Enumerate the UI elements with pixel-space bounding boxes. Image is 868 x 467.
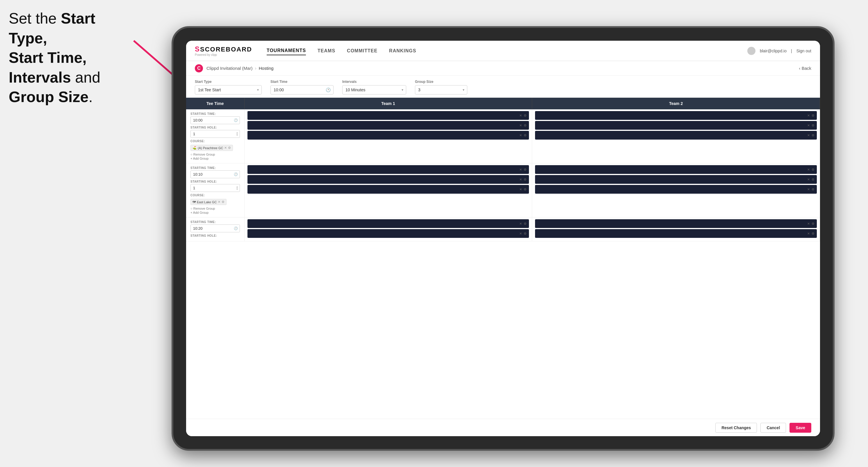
footer-bar: Reset Changes Cancel Save — [186, 419, 820, 436]
starting-time-input-wrapper-1: 🕐 — [190, 116, 240, 124]
hole-spinbox-arrows-2: ▲▼ — [236, 186, 239, 190]
nav-right: blair@clippd.io | Sign out — [747, 47, 811, 55]
slot-settings-1-3[interactable]: ⚙ — [524, 133, 527, 137]
player-slot-1-1: ✕ ⚙ — [247, 111, 529, 120]
start-type-group: Start Type 1st Tee Start Shotgun Start ▾ — [195, 80, 262, 94]
nav-tab-committee[interactable]: COMMITTEE — [347, 46, 377, 55]
table-row: STARTING TIME: 🕐 STARTING HOLE: ▲▼ COURS… — [186, 163, 820, 218]
controls-row: Start Type 1st Tee Start Shotgun Start ▾… — [186, 75, 820, 98]
action-links-1: ○ Remove Group + Add Group — [190, 153, 240, 160]
bold-intervals: Intervals — [9, 69, 71, 86]
slot-close-1-1[interactable]: ✕ — [519, 114, 522, 118]
slot-settings-r2-2-2[interactable]: ⚙ — [812, 178, 814, 182]
slot-close-2-3[interactable]: ✕ — [807, 133, 810, 137]
schedule-table: Tee Time Team 1 Team 2 STARTING TIME: 🕐 — [186, 98, 820, 241]
save-button[interactable]: Save — [789, 423, 811, 433]
slot-close-r2-1-1[interactable]: ✕ — [519, 168, 522, 172]
slot-close-r2-2-2[interactable]: ✕ — [807, 178, 810, 182]
slot-close-r3-1-1[interactable]: ✕ — [519, 222, 522, 226]
nav-tab-teams[interactable]: TEAMS — [317, 46, 335, 55]
cancel-button[interactable]: Cancel — [761, 423, 786, 433]
slot-settings-2-1[interactable]: ⚙ — [812, 114, 814, 118]
course-label-1: COURSE: — [190, 139, 240, 143]
player-slot-r3-2-1: ✕ ⚙ — [535, 219, 817, 228]
start-time-input[interactable] — [271, 85, 334, 94]
group-size-select[interactable]: 3 2 4 — [415, 85, 467, 94]
slot-settings-r3-2-1[interactable]: ⚙ — [812, 222, 814, 226]
course-tag-2: 🗺 East Lake GC ✕ ⚙ — [190, 199, 226, 205]
slot-settings-r2-1-3[interactable]: ⚙ — [524, 188, 527, 191]
remove-group-2[interactable]: ○ Remove Group — [190, 207, 240, 210]
slot-settings-1-2[interactable]: ⚙ — [524, 124, 527, 127]
slot-close-1-3[interactable]: ✕ — [519, 133, 522, 137]
course-remove-1[interactable]: ✕ — [224, 146, 227, 150]
tee-time-cell-3: STARTING TIME: 🕐 STARTING HOLE: — [186, 218, 244, 241]
start-time-input-wrapper: 🕐 — [271, 85, 334, 94]
slot-settings-r2-2-3[interactable]: ⚙ — [812, 188, 814, 191]
starting-time-input-2[interactable] — [190, 170, 240, 178]
add-group-1[interactable]: + Add Group — [190, 157, 240, 160]
slot-close-2-2[interactable]: ✕ — [807, 124, 810, 127]
slot-settings-r3-1-1[interactable]: ⚙ — [524, 222, 527, 226]
breadcrumb-separator: › — [255, 66, 256, 71]
start-time-label: Start Time — [271, 80, 334, 84]
slot-close-r3-2-2[interactable]: ✕ — [807, 232, 810, 236]
nav-tabs: TOURNAMENTS TEAMS COMMITTEE RANKINGS — [267, 46, 747, 55]
starting-time-input-wrapper-3: 🕐 — [190, 224, 240, 232]
starting-time-input-1[interactable] — [190, 116, 240, 124]
remove-group-1[interactable]: ○ Remove Group — [190, 153, 240, 156]
start-type-select[interactable]: 1st Tee Start Shotgun Start — [195, 85, 262, 94]
slot-settings-r2-2-1[interactable]: ⚙ — [812, 168, 814, 172]
slot-settings-r3-2-2[interactable]: ⚙ — [812, 232, 814, 236]
sign-out-link[interactable]: Sign out — [797, 49, 811, 53]
instruction-text: Set the Start Type, Start Time, Interval… — [9, 9, 131, 107]
starting-hole-label-2: STARTING HOLE: — [190, 180, 240, 183]
course-tag-1: ⛳ (A) Peachtree GC ✕ ⚙ — [190, 145, 233, 151]
slot-close-r3-1-2[interactable]: ✕ — [519, 232, 522, 236]
slot-settings-2-3[interactable]: ⚙ — [812, 133, 814, 137]
slot-settings-r2-1-1[interactable]: ⚙ — [524, 168, 527, 172]
slot-settings-1-1[interactable]: ⚙ — [524, 114, 527, 118]
navbar: SSCOREBOARD Powered by clipp TOURNAMENTS… — [186, 41, 820, 61]
slot-settings-r3-1-2[interactable]: ⚙ — [524, 232, 527, 236]
player-slot-r3-2-2: ✕ ⚙ — [535, 229, 817, 238]
starting-time-label-1: STARTING TIME: — [190, 112, 240, 116]
starting-time-label-2: STARTING TIME: — [190, 166, 240, 169]
user-email: blair@clippd.io — [760, 49, 786, 53]
player-slot-r2-1-2: ✕ ⚙ — [247, 175, 529, 184]
starting-hole-input-1[interactable] — [190, 130, 240, 138]
nav-tab-rankings[interactable]: RANKINGS — [389, 46, 416, 55]
breadcrumb-tournament[interactable]: Clippd Invitational (Mar) — [207, 66, 252, 71]
slot-settings-r2-1-2[interactable]: ⚙ — [524, 178, 527, 182]
player-slot-2-3: ✕ ⚙ — [535, 131, 817, 139]
back-button[interactable]: ‹ Back — [799, 66, 811, 71]
slot-close-r2-2-1[interactable]: ✕ — [807, 168, 810, 172]
starting-hole-label-3: STARTING HOLE: — [190, 234, 240, 237]
start-type-label: Start Type — [195, 80, 262, 84]
slot-close-2-1[interactable]: ✕ — [807, 114, 810, 118]
course-settings-2[interactable]: ⚙ — [222, 200, 224, 204]
starting-time-input-3[interactable] — [190, 224, 240, 232]
slot-close-r2-2-3[interactable]: ✕ — [807, 188, 810, 191]
header-tee-time: Tee Time — [186, 98, 244, 109]
slot-close-r3-2-1[interactable]: ✕ — [807, 222, 810, 226]
schedule-table-container[interactable]: Tee Time Team 1 Team 2 STARTING TIME: 🕐 — [186, 98, 820, 419]
intervals-select-wrapper: 10 Minutes 8 Minutes 12 Minutes ▾ — [342, 85, 406, 94]
course-settings-1[interactable]: ⚙ — [228, 146, 231, 150]
slot-close-r2-1-3[interactable]: ✕ — [519, 188, 522, 191]
add-group-2[interactable]: + Add Group — [190, 211, 240, 214]
course-map-icon-2: 🗺 — [192, 200, 196, 204]
time-icon-1: 🕐 — [234, 118, 238, 122]
player-slot-r2-2-2: ✕ ⚙ — [535, 175, 817, 184]
starting-hole-input-2[interactable] — [190, 184, 240, 192]
reset-changes-button[interactable]: Reset Changes — [715, 423, 757, 433]
nav-tab-tournaments[interactable]: TOURNAMENTS — [267, 46, 306, 55]
slot-close-r2-1-2[interactable]: ✕ — [519, 178, 522, 182]
intervals-select[interactable]: 10 Minutes 8 Minutes 12 Minutes — [342, 85, 406, 94]
team2-cell-3: ✕ ⚙ ✕ ⚙ — [532, 218, 820, 241]
course-remove-2[interactable]: ✕ — [218, 200, 220, 204]
player-slot-r2-1-3: ✕ ⚙ — [247, 185, 529, 194]
slot-close-1-2[interactable]: ✕ — [519, 124, 522, 127]
slot-settings-2-2[interactable]: ⚙ — [812, 124, 814, 127]
time-icon-2: 🕐 — [234, 173, 238, 176]
